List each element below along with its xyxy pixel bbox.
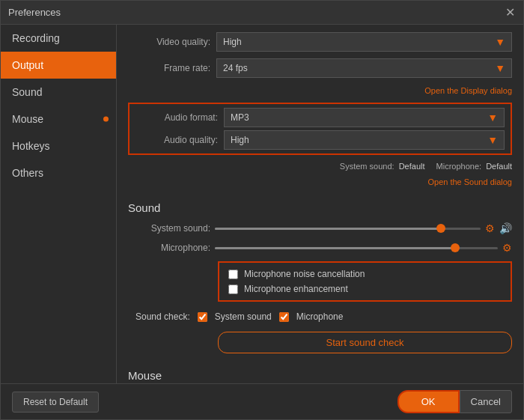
system-sound-check-checkbox[interactable] xyxy=(198,312,207,322)
audio-format-row: Audio format: MP3 ▼ xyxy=(135,108,505,127)
microphone-status: Microphone: Default xyxy=(436,162,512,171)
audio-format-dropdown[interactable]: MP3 ▼ xyxy=(224,108,505,127)
system-sound-status: System sound: Default xyxy=(340,162,425,171)
display-dialog-link-row: Open the Display dialog xyxy=(128,85,512,96)
sound-check-row: Sound check: System sound Microphone xyxy=(135,311,512,322)
sidebar-item-recording[interactable]: Recording xyxy=(1,25,116,52)
audio-quality-label: Audio quality: xyxy=(135,135,218,145)
microphone-check-checkbox[interactable] xyxy=(279,312,289,322)
sidebar: Recording Output Sound Mouse Hotkeys Oth… xyxy=(1,25,117,383)
video-quality-row: Video quality: High ▼ xyxy=(128,32,512,52)
cancel-button[interactable]: Cancel xyxy=(460,390,512,413)
audio-format-box: Audio format: MP3 ▼ Audio quality: High … xyxy=(128,103,512,155)
preferences-window: Preferences ✕ Recording Output Sound Mou… xyxy=(0,0,524,420)
open-display-dialog-link[interactable]: Open the Display dialog xyxy=(424,86,512,95)
reset-button[interactable]: Reset to Default xyxy=(12,392,99,413)
audio-quality-dropdown[interactable]: High ▼ xyxy=(224,130,505,150)
system-sound-check-label: System sound xyxy=(215,311,272,322)
sound-check-label: Sound check: xyxy=(135,311,190,322)
sound-section-title: Sound xyxy=(128,201,512,214)
sidebar-item-hotkeys[interactable]: Hotkeys xyxy=(1,133,116,159)
system-sound-slider-label: System sound: xyxy=(128,223,210,234)
frame-rate-label: Frame rate: xyxy=(128,63,210,73)
gear-icon[interactable]: ⚙ xyxy=(485,222,495,234)
chevron-down-icon: ▼ xyxy=(495,62,505,74)
frame-rate-row: Frame rate: 24 fps ▼ xyxy=(128,58,512,78)
status-row: System sound: Default Microphone: Defaul… xyxy=(128,162,512,171)
chevron-down-icon: ▼ xyxy=(495,36,505,48)
chevron-down-icon: ▼ xyxy=(487,134,498,146)
ok-button[interactable]: OK xyxy=(397,390,460,413)
audio-quality-row: Audio quality: High ▼ xyxy=(135,130,505,150)
right-panel: Video quality: High ▼ Frame rate: 24 fps… xyxy=(117,25,523,383)
sidebar-item-output[interactable]: Output xyxy=(1,52,116,79)
microphone-check-label: Microphone xyxy=(296,311,344,322)
main-content: Recording Output Sound Mouse Hotkeys Oth… xyxy=(1,25,523,383)
microphone-slider-fill[interactable] xyxy=(215,247,455,249)
sidebar-item-others[interactable]: Others xyxy=(1,159,116,186)
enhancement-checkbox[interactable] xyxy=(228,284,238,294)
gear-icon[interactable]: ⚙ xyxy=(502,242,512,254)
start-sound-check-button[interactable]: Start sound check xyxy=(218,332,512,353)
title-bar: Preferences ✕ xyxy=(1,1,523,25)
system-sound-slider-fill[interactable] xyxy=(215,228,441,230)
speaker-icon[interactable]: 🔊 xyxy=(499,222,512,234)
sidebar-item-sound[interactable]: Sound xyxy=(1,79,116,106)
noise-cancellation-row[interactable]: Microphone noise cancellation xyxy=(228,269,502,279)
video-quality-dropdown[interactable]: High ▼ xyxy=(216,32,512,52)
system-sound-slider-thumb[interactable] xyxy=(436,224,445,233)
microphone-options-box: Microphone noise cancellation Microphone… xyxy=(218,261,512,302)
bottom-bar: Reset to Default OK Cancel xyxy=(1,383,523,419)
window-title: Preferences xyxy=(8,7,61,18)
sidebar-item-mouse[interactable]: Mouse xyxy=(1,106,116,133)
close-button[interactable]: ✕ xyxy=(504,7,516,19)
enhancement-row[interactable]: Microphone enhancement xyxy=(228,284,502,294)
audio-format-label: Audio format: xyxy=(135,112,218,123)
sound-dialog-link-row: Open the Sound dialog xyxy=(128,176,512,187)
open-sound-dialog-link[interactable]: Open the Sound dialog xyxy=(427,177,512,186)
microphone-slider-thumb[interactable] xyxy=(451,243,460,252)
system-sound-slider-row: System sound: ⚙ 🔊 xyxy=(128,222,512,234)
mouse-section-title: Mouse xyxy=(128,369,512,382)
chevron-down-icon: ▼ xyxy=(487,112,498,124)
noise-cancellation-checkbox[interactable] xyxy=(228,270,238,279)
system-sound-slider-track xyxy=(215,228,481,230)
frame-rate-dropdown[interactable]: 24 fps ▼ xyxy=(216,58,512,78)
microphone-slider-row: Microphone: ⚙ xyxy=(128,242,512,254)
bottom-right-buttons: OK Cancel xyxy=(397,390,512,413)
microphone-slider-label: Microphone: xyxy=(128,243,210,253)
video-quality-label: Video quality: xyxy=(128,37,210,47)
microphone-slider-track xyxy=(215,247,498,249)
